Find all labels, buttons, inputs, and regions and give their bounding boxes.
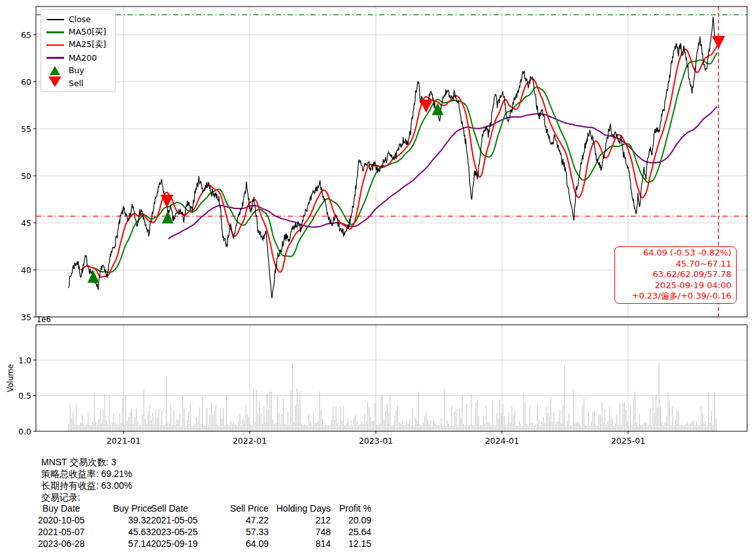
trades-header-cell: Buy Price [113, 502, 151, 514]
trade-cell: 748 [269, 526, 331, 538]
trade-cell: 814 [269, 538, 331, 550]
trades-header-cell: Profit % [331, 502, 371, 514]
summary-trade-count: MNST 交易次数: 3 [41, 456, 132, 468]
trade-cell: 57.14 [113, 538, 151, 550]
stock-strategy-figure: 354045505560650.00.51.02021-012022-01202… [0, 0, 753, 560]
ma25-series [80, 46, 717, 277]
close-line-swatch [41, 19, 69, 21]
volume-bars [69, 362, 717, 431]
summary-trades-title: 交易记录: [41, 491, 132, 503]
info-line-price-change: 64.09 (-0.53 -0.82%) [620, 248, 731, 259]
trade-cell: 47.22 [228, 514, 269, 526]
trades-table: Buy DateBuy PriceSell DateSell PriceHold… [38, 502, 371, 550]
sell-markers [160, 36, 725, 208]
legend-label: Buy [69, 65, 84, 75]
info-line-signal: +0.23/偏多/+0.39/-0.16 [620, 291, 731, 302]
volume-offset-label: 1e6 [37, 315, 51, 324]
trade-cell: 20.09 [331, 514, 371, 526]
trade-cell: 12.15 [331, 538, 371, 550]
trade-cell: 212 [269, 514, 331, 526]
buy-marker [162, 211, 174, 223]
trades-header-cell: Sell Price [228, 502, 269, 514]
ma200-line-swatch [41, 57, 69, 59]
price-tick-label: 35 [21, 312, 31, 322]
trades-header-cell: Sell Date [151, 502, 228, 514]
ma50-line-swatch [41, 31, 69, 33]
legend-label: Sell [69, 78, 84, 88]
info-line-datetime: 2025-09-19 04:00 [620, 280, 731, 291]
summary-strategy-return: 策略总收益率: 69.21% [41, 468, 132, 480]
price-tick-label: 60 [21, 77, 31, 87]
legend-item-sell: Sell [41, 77, 115, 90]
summary-hold-return: 长期持有收益: 63.00% [41, 480, 132, 491]
volume-tick-label: 0.0 [18, 427, 31, 436]
trade-row: 2023-06-2857.142025-09-1964.0981412.15 [38, 538, 371, 550]
legend-item-close: Close [41, 13, 115, 26]
info-line-mas: 63.62/62.09/57.78 [620, 269, 731, 280]
legend-label: Close [69, 14, 91, 24]
trade-cell: 64.09 [228, 538, 269, 550]
trade-cell: 2023-06-28 [38, 538, 113, 550]
x-tick-label: 2022-01 [233, 436, 267, 446]
trade-row: 2021-05-0745.632023-05-2557.3374825.64 [38, 526, 371, 538]
ma25-line-swatch [41, 44, 69, 46]
price-tick-label: 45 [21, 218, 31, 228]
legend-item-ma25: MA25[卖] [41, 39, 115, 52]
price-tick-label: 50 [21, 171, 31, 181]
price-tick-label: 40 [21, 265, 31, 275]
volume-tick-label: 0.5 [18, 391, 31, 401]
price-tick-label: 55 [21, 124, 31, 134]
trade-row: 2020-10-0539.322021-05-0547.2221220.09 [38, 514, 371, 526]
price-tick-label: 65 [21, 30, 31, 40]
legend-item-ma200: MA200 [41, 52, 115, 65]
price-info-box: 64.09 (-0.53 -0.82%) 45.70~67.11 63.62/6… [614, 246, 737, 304]
legend-item-buy: Buy [41, 64, 115, 77]
legend-label: MA25[卖] [69, 39, 107, 50]
panel-frames [36, 7, 747, 431]
trade-cell: 2021-05-07 [38, 526, 113, 538]
sell-marker [712, 36, 725, 49]
trades-header-row: Buy DateBuy PriceSell DateSell PriceHold… [38, 502, 371, 514]
trades-header-cell: Holding Days [269, 502, 331, 514]
x-tick-label: 2023-01 [359, 436, 393, 446]
x-tick-label: 2024-01 [485, 436, 519, 446]
x-tick-label: 2021-01 [107, 436, 141, 446]
sell-marker-icon [41, 79, 69, 87]
ma50-series [93, 52, 718, 272]
buy-marker-icon [41, 66, 69, 75]
legend: Close MA50[买] MA25[卖] MA200 Buy Sell [41, 9, 116, 92]
trade-cell: 2020-10-05 [38, 514, 113, 526]
trade-cell: 45.63 [113, 526, 151, 538]
trade-cell: 57.33 [228, 526, 269, 538]
trade-cell: 2023-05-25 [151, 526, 228, 538]
legend-label: MA50[买] [69, 27, 107, 38]
sell-marker [420, 99, 433, 112]
buy-markers [88, 103, 444, 283]
volume-tick-label: 1.0 [18, 355, 31, 365]
trades-header-cell: Buy Date [38, 502, 113, 514]
trade-cell: 2021-05-05 [151, 514, 228, 526]
trade-cell: 39.32 [113, 514, 151, 526]
trade-cell: 2025-09-19 [151, 538, 228, 550]
strategy-summary: MNST 交易次数: 3 策略总收益率: 69.21% 长期持有收益: 63.0… [41, 456, 132, 503]
legend-item-ma50: MA50[买] [41, 26, 115, 39]
volume-axis-title: Volume [6, 364, 15, 392]
legend-label: MA200 [69, 53, 97, 63]
grid-lines [36, 7, 747, 431]
info-line-range: 45.70~67.11 [620, 259, 731, 270]
trade-cell: 25.64 [331, 526, 371, 538]
sell-marker [160, 195, 173, 208]
x-tick-label: 2025-01 [611, 436, 645, 446]
